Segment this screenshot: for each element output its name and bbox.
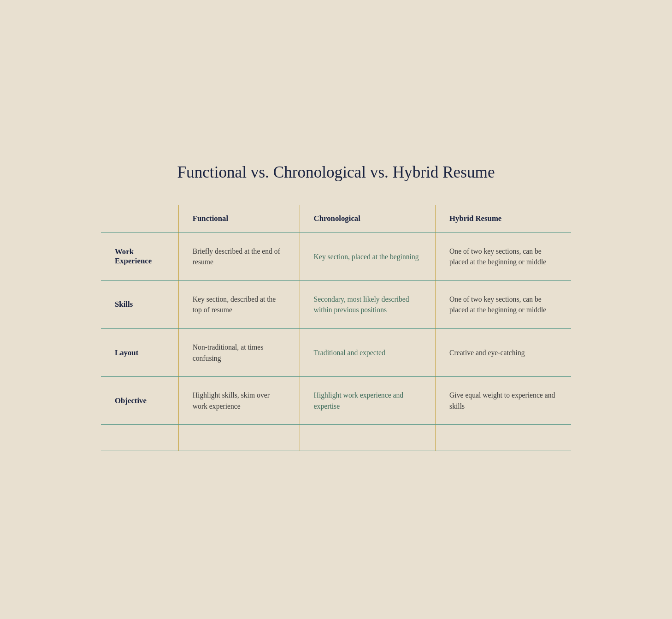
table-header-row: Functional Chronological Hybrid Resume [101,205,571,233]
cell-functional-0: Briefly described at the end of resume [178,232,300,280]
table-row: ObjectiveHighlight skills, skim over wor… [101,377,571,425]
header-hybrid: Hybrid Resume [436,205,571,233]
table-row: SkillsKey section, described at the top … [101,280,571,328]
row-label-3: Objective [101,377,178,425]
cell-functional-2: Non-traditional, at times confusing [178,329,300,377]
cell-chronological-3: Highlight work experience and expertise [300,377,435,425]
empty-row [101,425,571,451]
table-row: Work ExperienceBriefly described at the … [101,232,571,280]
cell-chronological-1: Secondary, most likely described within … [300,280,435,328]
header-row-label [101,205,178,233]
page-container: Functional vs. Chronological vs. Hybrid … [83,140,589,479]
cell-chronological-0: Key section, placed at the beginning [300,232,435,280]
cell-hybrid-0: One of two key sections, can be placed a… [436,232,571,280]
cell-hybrid-3: Give equal weight to experience and skil… [436,377,571,425]
comparison-table: Functional Chronological Hybrid Resume W… [101,205,571,451]
header-functional: Functional [178,205,300,233]
header-chronological: Chronological [300,205,435,233]
cell-hybrid-2: Creative and eye-catching [436,329,571,377]
row-label-2: Layout [101,329,178,377]
row-label-0: Work Experience [101,232,178,280]
row-label-1: Skills [101,280,178,328]
page-title: Functional vs. Chronological vs. Hybrid … [101,163,571,182]
table-row: LayoutNon-traditional, at times confusin… [101,329,571,377]
cell-functional-1: Key section, described at the top of res… [178,280,300,328]
cell-chronological-2: Traditional and expected [300,329,435,377]
cell-hybrid-1: One of two key sections, can be placed a… [436,280,571,328]
cell-functional-3: Highlight skills, skim over work experie… [178,377,300,425]
